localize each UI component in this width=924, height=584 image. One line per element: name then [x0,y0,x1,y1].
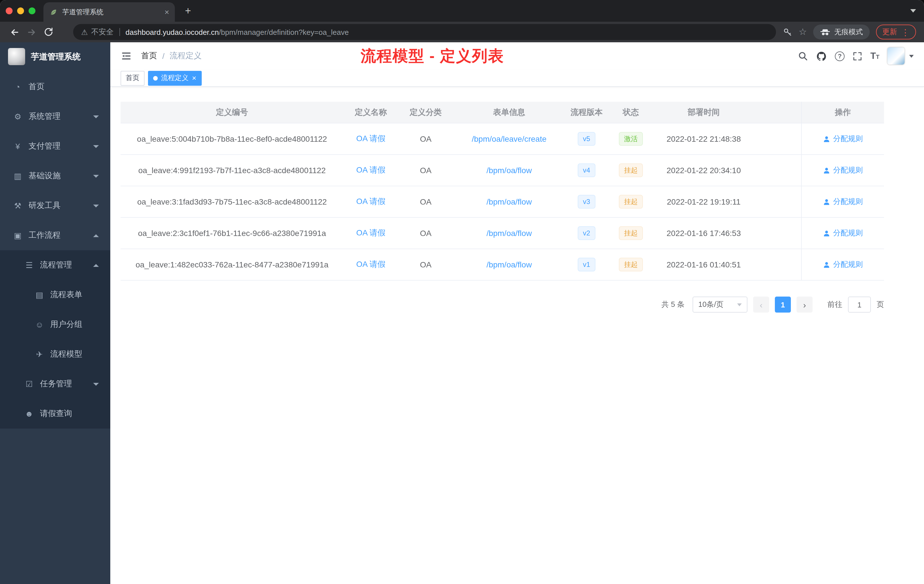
cell-spacer [754,249,801,280]
definition-table: 定义编号 定义名称 定义分类 表单信息 流程版本 状态 部署时间 操作 oa_l… [120,102,884,280]
new-tab-button[interactable] [181,3,195,18]
tag-process-definition[interactable]: 流程定义 [148,71,201,86]
app-title: 芋道管理系统 [31,51,81,62]
sidebar-item-2[interactable]: ¥支付管理 [0,132,110,161]
definition-name-link[interactable]: OA 请假 [356,134,386,144]
table-row: oa_leave:4:991f2193-7b7f-11ec-a3c8-acde4… [120,155,884,186]
assign-rule-link[interactable]: 分配规则 [823,259,863,270]
avatar-caret-down-icon[interactable] [909,54,914,58]
search-icon[interactable] [798,51,808,61]
assign-rule-link[interactable]: 分配规则 [823,134,863,144]
address-bar[interactable]: 不安全 dashboard.yudao.iocoder.cn /bpm/mana… [73,24,776,40]
assign-rule-link[interactable]: 分配规则 [823,196,863,207]
col-operations: 操作 [801,102,884,123]
cell-category: OA [398,124,453,154]
definition-name-link[interactable]: OA 请假 [356,228,386,238]
bookmark-star-icon[interactable] [799,27,807,36]
devtools-icon: ⚒ [13,201,23,210]
assign-rule-link[interactable]: 分配规则 [823,228,863,238]
sidebar-item-3[interactable]: ▥基础设施 [0,161,110,191]
form-info-link[interactable]: /bpm/oa/flow [487,260,532,269]
minimize-window-button[interactable] [17,7,24,14]
sidebar-item-6[interactable]: ☰流程管理 [0,250,110,280]
prev-page-button[interactable] [753,297,769,313]
back-button[interactable] [6,23,23,41]
form-info-link[interactable]: /bpm/oa/leave/create [472,134,546,144]
toolbar-right: 无痕模式 更新 [782,25,918,40]
form-info-link[interactable]: /bpm/oa/flow [487,197,532,206]
sidebar-item-10[interactable]: ☑任务管理 [0,369,110,399]
assign-rule-link[interactable]: 分配规则 [823,165,863,175]
github-icon[interactable] [816,51,827,61]
sidebar-collapse-icon[interactable] [120,50,132,62]
sidebar-item-4[interactable]: ⚒研发工具 [0,191,110,221]
sidebar-item-label: 流程管理 [40,260,93,270]
payment-icon: ¥ [13,142,23,151]
cell-spacer [754,155,801,186]
fullscreen-icon[interactable] [853,51,862,61]
definition-name-link[interactable]: OA 请假 [356,165,386,175]
reload-button[interactable] [40,23,57,41]
font-size-icon[interactable] [870,51,879,61]
close-window-button[interactable] [6,7,13,14]
sidebar-item-8[interactable]: ☺用户分组 [0,310,110,340]
incognito-label: 无痕模式 [834,27,863,37]
sidebar-item-7[interactable]: ▤流程表单 [0,280,110,310]
sidebar-item-label: 流程表单 [50,290,110,300]
next-page-button[interactable] [797,297,813,313]
sidebar-item-label: 研发工具 [28,201,93,211]
cell-definition-id: oa_leave:3:1fad3d93-7b75-11ec-a3c8-acde4… [120,186,343,217]
browser-toolbar: 不安全 dashboard.yudao.iocoder.cn /bpm/mana… [0,22,924,42]
sidebar-item-label: 请假查询 [40,409,110,419]
definition-name-link[interactable]: OA 请假 [356,259,386,270]
cell-category: OA [398,155,453,186]
browser-menu-dots-icon[interactable] [901,28,910,36]
definition-name-link[interactable]: OA 请假 [356,196,386,207]
chrome-update-button[interactable]: 更新 [876,25,916,40]
chevron-down-icon [93,204,99,207]
chevron-down-icon [93,383,99,385]
status-tag: 挂起 [619,258,643,271]
table-body: oa_leave:5:004b710b-7b8a-11ec-8ef0-acde4… [120,124,884,280]
goto-page-input[interactable]: 1 [848,297,871,313]
cell-definition-id: oa_leave:4:991f2193-7b7f-11ec-a3c8-acde4… [120,155,343,186]
update-label: 更新 [882,27,897,37]
col-status: 状态 [608,102,654,123]
sidebar-item-label: 系统管理 [28,111,93,122]
sidebar-item-0[interactable]: ◔首页 [0,72,110,102]
chevron-up-icon [93,264,99,267]
sidebar-item-9[interactable]: ✈流程模型 [0,340,110,369]
tags-view-bar: 首页 流程定义 [110,70,924,87]
tag-home[interactable]: 首页 [120,71,145,86]
help-icon[interactable] [835,51,845,61]
sidebar-item-1[interactable]: ⚙系统管理 [0,102,110,132]
maximize-window-button[interactable] [28,7,35,14]
incognito-icon [820,28,830,36]
page-size-select[interactable]: 10条/页 [693,297,747,313]
task-icon: ☑ [24,379,34,389]
tab-search-chevron-icon[interactable] [910,9,916,13]
forward-button[interactable] [23,23,40,41]
col-definition-name: 定义名称 [343,102,398,123]
user-avatar[interactable] [888,48,904,64]
form-info-link[interactable]: /bpm/oa/flow [487,166,532,175]
table-row: oa_leave:2:3c1f0ef1-76b1-11ec-9c66-a2380… [120,218,884,249]
tag-label: 流程定义 [161,73,188,83]
page-number-1[interactable]: 1 [775,297,791,313]
cell-category: OA [398,218,453,249]
sidebar-item-5[interactable]: ▣工作流程 [0,221,110,250]
sidebar-item-11[interactable]: ☻请假查询 [0,399,110,429]
browser-tab[interactable]: 芋道管理系统 [43,2,175,22]
status-tag: 挂起 [619,195,643,209]
navbar: 首页 / 流程定义 流程模型 - 定义列表 [110,42,924,70]
model-icon: ✈ [34,350,45,359]
gear-icon: ⚙ [13,112,23,121]
form-info-link[interactable]: /bpm/oa/flow [487,229,532,238]
tag-close-icon[interactable] [192,74,196,82]
col-deploy-time: 部署时间 [654,102,754,123]
password-key-icon[interactable] [782,27,792,37]
sidebar-logo[interactable]: 芋道管理系统 [0,42,110,71]
tab-close-icon[interactable] [165,8,169,16]
breadcrumb-home[interactable]: 首页 [141,51,157,61]
col-definition-id: 定义编号 [120,102,343,123]
